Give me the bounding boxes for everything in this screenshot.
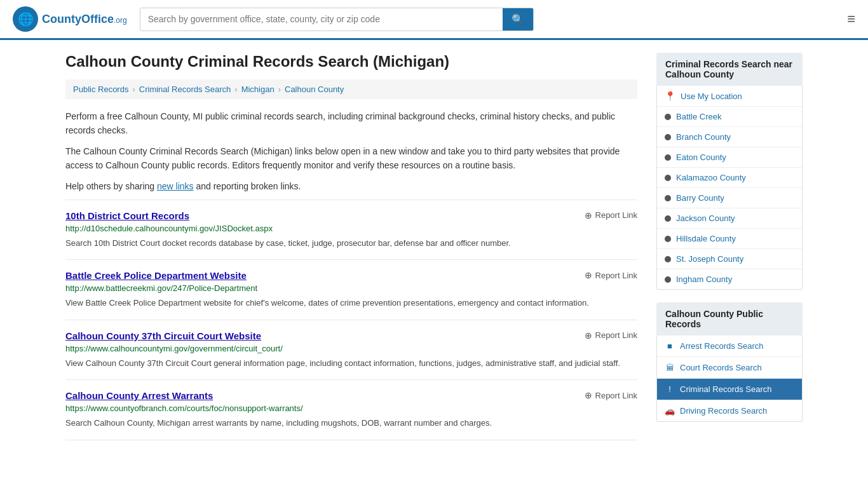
breadcrumb: Public Records › Criminal Records Search… [65,79,637,99]
rec-label-1: Court Records Search [680,363,762,372]
logo-office: Office [81,13,114,25]
report-link-button-3[interactable]: ⊕ Report Link [585,390,637,400]
sidebar-nearby-item-4[interactable]: Barry County [657,188,802,208]
sidebar-nearby-label-3: Kalamazoo County [676,173,746,182]
sidebar-nearby-link-2[interactable]: Eaton County [657,147,802,167]
desc3-post: and reporting broken links. [194,181,301,191]
sidebar-record-link-0[interactable]: ■ Arrest Records Search [657,336,802,356]
description-1: Perform a free Calhoun County, MI public… [65,109,637,138]
rec-label-2: Criminal Records Search [680,384,772,394]
result-desc-1: View Battle Creek Police Department webs… [65,297,637,309]
new-links-link[interactable]: new links [157,181,194,191]
hamburger-icon: ≡ [847,11,855,27]
report-link-button-1[interactable]: ⊕ Report Link [585,270,637,280]
result-item: 10th District Court Records ⊕ Report Lin… [65,200,637,260]
sidebar-nearby-link-1[interactable]: Branch County [657,127,802,147]
site-header: 🌐 CountyOffice.org 🔍 ≡ [0,0,868,40]
sidebar-nearby-item-5[interactable]: Jackson County [657,208,802,229]
sidebar-nearby-item-0[interactable]: Battle Creek [657,107,802,127]
sidebar-public-records-header: Calhoun County Public Records [656,302,803,336]
rec-label-3: Driving Records Search [680,406,767,416]
result-title-0[interactable]: 10th District Court Records [65,210,189,221]
sidebar-nearby-item-1[interactable]: Branch County [657,127,802,147]
dot-icon-5 [665,215,671,222]
sidebar-nearby-item-2[interactable]: Eaton County [657,147,802,168]
result-title-1[interactable]: Battle Creek Police Department Website [65,270,247,281]
sidebar-nearby-title: Criminal Records Search near Calhoun Cou… [665,59,792,79]
sidebar-record-item-3[interactable]: 🚗 Driving Records Search [657,400,802,421]
rec-label-0: Arrest Records Search [680,341,764,351]
rec-icon-1: 🏛 [665,363,675,372]
search-input[interactable] [140,9,503,29]
report-label-0: Report Link [595,210,637,220]
main-content: Calhoun County Criminal Records Search (… [65,53,637,440]
sidebar-public-records-title: Calhoun County Public Records [665,309,763,329]
sidebar-nearby-item-7[interactable]: St. Joseph County [657,249,802,269]
sidebar-records-list: ■ Arrest Records Search 🏛 Court Records … [656,336,803,422]
sidebar-nearby-link-5[interactable]: Jackson County [657,208,802,228]
sidebar-nearby-label-2: Eaton County [676,152,726,162]
dot-icon-4 [665,195,671,201]
result-title-2[interactable]: Calhoun County 37th Circuit Court Websit… [65,330,261,341]
result-item: Calhoun County 37th Circuit Court Websit… [65,320,637,380]
report-label-1: Report Link [595,271,637,280]
result-url-0[interactable]: http://d10schedule.calhouncountymi.gov/J… [65,224,637,233]
sidebar-nearby-label-8: Ingham County [676,274,732,284]
search-container: 🔍 [140,8,534,31]
sidebar-nearby-link-3[interactable]: Kalamazoo County [657,168,802,187]
sidebar-nearby-link-6[interactable]: Hillsdale County [657,229,802,248]
use-location-label: Use My Location [681,92,742,101]
result-url-2[interactable]: https://www.calhouncountymi.gov/governme… [65,344,637,353]
menu-button[interactable]: ≡ [847,11,855,27]
sidebar-record-item-0[interactable]: ■ Arrest Records Search [657,336,802,357]
logo-org: .org [114,16,127,25]
sidebar-nearby-label-5: Jackson County [676,214,735,223]
logo-icon: 🌐 [13,6,38,32]
sidebar-nearby-label-4: Barry County [676,193,724,203]
breadcrumb-criminal-records[interactable]: Criminal Records Search [139,85,231,94]
sidebar-use-location[interactable]: 📍 Use My Location [657,86,802,107]
sidebar-nearby-item-8[interactable]: Ingham County [657,269,802,289]
sidebar-nearby-header: Criminal Records Search near Calhoun Cou… [656,53,803,86]
report-link-button-2[interactable]: ⊕ Report Link [585,330,637,341]
search-button[interactable]: 🔍 [503,8,533,30]
result-desc-2: View Calhoun County 37th Circuit Court g… [65,357,637,370]
use-location-link[interactable]: 📍 Use My Location [657,86,802,106]
report-label-3: Report Link [595,391,637,400]
sidebar-nearby-link-4[interactable]: Barry County [657,188,802,208]
sidebar-nearby-label-6: Hillsdale County [676,234,736,243]
sidebar-record-link-2[interactable]: ! Criminal Records Search [657,379,802,400]
breadcrumb-public-records[interactable]: Public Records [73,85,128,94]
description-3: Help others by sharing new links and rep… [65,179,637,193]
sidebar-record-link-3[interactable]: 🚗 Driving Records Search [657,400,802,421]
result-item: Calhoun County Arrest Warrants ⊕ Report … [65,379,637,440]
sidebar-nearby-list: 📍 Use My Location Battle Creek Branch Co… [656,86,803,290]
sidebar-nearby-label-1: Branch County [676,132,731,142]
report-icon-1: ⊕ [585,270,592,280]
sidebar-record-link-1[interactable]: 🏛 Court Records Search [657,357,802,378]
breadcrumb-calhoun[interactable]: Calhoun County [285,85,344,94]
logo-county: County [42,13,81,25]
sidebar-nearby-item-3[interactable]: Kalamazoo County [657,168,802,188]
breadcrumb-sep-3: › [278,85,281,94]
report-label-2: Report Link [595,330,637,340]
dot-icon-7 [665,256,671,262]
result-desc-3: Search Calhoun County, Michigan arrest w… [65,417,637,430]
dot-icon-2 [665,154,671,161]
results-list: 10th District Court Records ⊕ Report Lin… [65,200,637,440]
result-url-3[interactable]: https://www.countyofbranch.com/courts/fo… [65,403,637,413]
sidebar-nearby-link-7[interactable]: St. Joseph County [657,249,802,269]
result-title-3[interactable]: Calhoun County Arrest Warrants [65,390,213,401]
result-url-1[interactable]: http://www.battlecreekmi.gov/247/Police-… [65,283,637,293]
sidebar-record-item-1[interactable]: 🏛 Court Records Search [657,357,802,379]
breadcrumb-michigan[interactable]: Michigan [241,85,275,94]
result-header-1: Battle Creek Police Department Website ⊕… [65,270,637,281]
sidebar-nearby-link-8[interactable]: Ingham County [657,269,802,289]
sidebar-record-item-2[interactable]: ! Criminal Records Search [657,379,802,400]
report-link-button-0[interactable]: ⊕ Report Link [585,210,637,220]
result-header-2: Calhoun County 37th Circuit Court Websit… [65,330,637,341]
sidebar-nearby-label-0: Battle Creek [676,112,722,121]
sidebar-nearby-link-0[interactable]: Battle Creek [657,107,802,126]
sidebar-nearby-item-6[interactable]: Hillsdale County [657,229,802,249]
logo[interactable]: 🌐 CountyOffice.org [13,6,127,32]
